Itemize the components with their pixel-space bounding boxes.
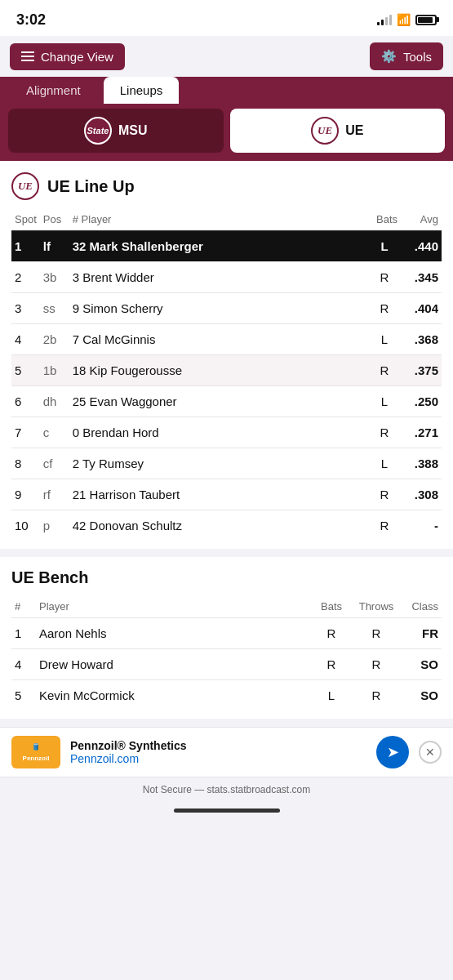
lineup-avg: .375	[401, 355, 442, 386]
bench-col-num: #	[11, 597, 36, 618]
lineup-avg: .308	[401, 479, 442, 510]
bench-class: FR	[401, 618, 442, 649]
bench-header-row: # Player Bats Throws Class	[11, 597, 442, 618]
lineup-row: 5 1b 18 Kip Fougerousse R .375	[11, 355, 442, 386]
ue-logo: UE	[311, 117, 339, 145]
lineup-spot: 1	[11, 231, 40, 262]
team-selector: State MSU UE UE	[0, 104, 453, 161]
lineup-avg: .440	[401, 231, 442, 262]
home-indicator	[0, 802, 453, 822]
lineup-player: 32 Mark Shallenberger	[69, 231, 368, 262]
ad-content: Pennzoil® Synthetics Pennzoil.com	[70, 739, 366, 765]
battery-icon	[415, 15, 437, 25]
ad-subtitle: Pennzoil.com	[70, 752, 366, 765]
change-view-button[interactable]: Change View	[10, 43, 125, 70]
lineup-spot: 7	[11, 417, 40, 448]
lineup-pos: ss	[40, 293, 69, 324]
lineup-row: 3 ss 9 Simon Scherry R .404	[11, 293, 442, 324]
ad-logo-text: 🛢️ Pennzoil	[23, 742, 50, 762]
ad-title: Pennzoil® Synthetics	[70, 739, 366, 752]
lineup-bats: R	[368, 417, 401, 448]
team-msu-button[interactable]: State MSU	[8, 109, 224, 153]
lineup-avg: .345	[401, 262, 442, 293]
status-time: 3:02	[16, 11, 46, 29]
bench-player: Kevin McCormick	[36, 680, 311, 711]
top-nav: Change View ⚙️ Tools	[0, 36, 453, 77]
col-avg: Avg	[401, 210, 442, 231]
lineup-player: 9 Simon Scherry	[69, 293, 368, 324]
bench-bats: R	[311, 618, 352, 649]
tab-lineups[interactable]: Lineups	[104, 77, 180, 104]
lineup-row: 6 dh 25 Evan Waggoner L .250	[11, 386, 442, 417]
bench-title: UE Bench	[11, 568, 442, 587]
tab-alignment[interactable]: Alignment	[10, 77, 97, 104]
bench-throws: R	[352, 618, 401, 649]
lineup-avg: .250	[401, 386, 442, 417]
lineup-title: UE Line Up	[47, 177, 135, 196]
lineup-header: UE UE Line Up	[11, 172, 442, 200]
lineup-section: UE UE Line Up Spot Pos # Player Bats Avg…	[0, 161, 453, 549]
lineup-spot: 9	[11, 479, 40, 510]
lineup-pos: 1b	[40, 355, 69, 386]
lineup-bats: L	[368, 231, 401, 262]
ad-logo: 🛢️ Pennzoil	[11, 736, 60, 768]
lineup-table: Spot Pos # Player Bats Avg 1 lf 32 Mark …	[11, 210, 442, 541]
lineup-pos: 3b	[40, 262, 69, 293]
col-player: # Player	[69, 210, 368, 231]
bench-col-class: Class	[401, 597, 442, 618]
lineup-pos: 2b	[40, 324, 69, 355]
lineup-row: 10 p 42 Donovan Schultz R -	[11, 510, 442, 541]
lineup-pos: cf	[40, 448, 69, 479]
gear-icon: ⚙️	[381, 49, 397, 64]
lineup-row: 9 rf 21 Harrison Taubert R .308	[11, 479, 442, 510]
lineup-player: 2 Ty Rumsey	[69, 448, 368, 479]
bench-table: # Player Bats Throws Class 1 Aaron Nehls…	[11, 597, 442, 710]
lineup-row: 8 cf 2 Ty Rumsey L .388	[11, 448, 442, 479]
msu-label: MSU	[118, 123, 148, 138]
bench-col-player: Player	[36, 597, 311, 618]
lineup-row: 2 3b 3 Brent Widder R .345	[11, 262, 442, 293]
lineup-avg: .388	[401, 448, 442, 479]
ad-arrow-button[interactable]: ➤	[376, 736, 409, 768]
bench-num: 5	[11, 680, 36, 711]
lineup-avg: .368	[401, 324, 442, 355]
ad-close-button[interactable]: ✕	[419, 741, 442, 764]
bench-bats: R	[311, 649, 352, 680]
bench-player: Drew Howard	[36, 649, 311, 680]
bench-bats: L	[311, 680, 352, 711]
bottom-bar: Not Secure — stats.statbroadcast.com	[0, 777, 453, 802]
status-bar: 3:02 📶	[0, 0, 453, 36]
wifi-icon: 📶	[397, 13, 411, 26]
bench-row: 1 Aaron Nehls R R FR	[11, 618, 442, 649]
tools-label: Tools	[403, 50, 432, 64]
team-ue-button[interactable]: UE UE	[230, 109, 446, 153]
lineup-player: 21 Harrison Taubert	[69, 479, 368, 510]
lineup-player: 7 Cal McGinnis	[69, 324, 368, 355]
change-view-label: Change View	[41, 50, 113, 64]
bench-class: SO	[401, 680, 442, 711]
lineup-player: 42 Donovan Schultz	[69, 510, 368, 541]
lineup-pos: lf	[40, 231, 69, 262]
lineup-spot: 2	[11, 262, 40, 293]
bench-num: 1	[11, 618, 36, 649]
lineup-bats: R	[368, 479, 401, 510]
lineup-bats: L	[368, 324, 401, 355]
lineup-spot: 8	[11, 448, 40, 479]
lineup-pos: c	[40, 417, 69, 448]
lineup-avg: .404	[401, 293, 442, 324]
lineup-avg: -	[401, 510, 442, 541]
ue-label: UE	[345, 123, 363, 138]
lineup-ue-logo: UE	[11, 172, 39, 200]
lineup-avg: .271	[401, 417, 442, 448]
lineup-row: 1 lf 32 Mark Shallenberger L .440	[11, 231, 442, 262]
msu-logo: State	[84, 117, 112, 145]
lineup-bats: R	[368, 293, 401, 324]
bench-player: Aaron Nehls	[36, 618, 311, 649]
hamburger-icon	[21, 51, 34, 61]
lineup-bats: L	[368, 386, 401, 417]
home-bar	[174, 808, 280, 813]
lineup-player: 18 Kip Fougerousse	[69, 355, 368, 386]
bench-throws: R	[352, 680, 401, 711]
bench-throws: R	[352, 649, 401, 680]
tools-button[interactable]: ⚙️ Tools	[370, 42, 443, 70]
